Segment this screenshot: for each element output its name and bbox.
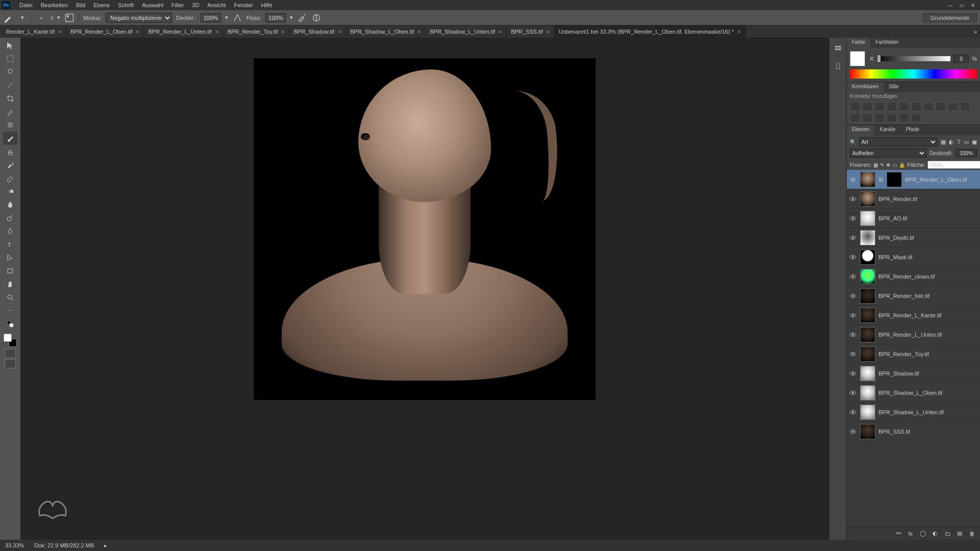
layer-visibility-icon[interactable] — [849, 389, 857, 397]
clone-stamp-tool[interactable] — [3, 145, 17, 158]
adj-exposure-icon[interactable] — [887, 102, 897, 111]
status-zoom[interactable]: 33.33% — [5, 542, 24, 548]
filter-shape-icon[interactable]: ▭ — [964, 139, 969, 145]
layer-thumbnail[interactable] — [860, 230, 875, 245]
layer-visibility-icon[interactable] — [849, 176, 857, 184]
new-layer-icon[interactable]: ▤ — [955, 530, 964, 538]
magic-wand-tool[interactable] — [3, 79, 17, 92]
history-brush-tool[interactable] — [3, 158, 17, 171]
filter-adjust-icon[interactable]: ◐ — [949, 139, 954, 145]
tab-close-icon[interactable]: ✕ — [135, 29, 139, 35]
layer-thumbnail[interactable] — [860, 172, 875, 187]
edit-toolbar[interactable]: ⋯ — [3, 304, 17, 317]
blur-tool[interactable] — [3, 198, 17, 211]
adj-invert-icon[interactable] — [862, 113, 872, 122]
layer-visibility-icon[interactable] — [849, 311, 857, 319]
quickmask-toggle[interactable] — [5, 349, 16, 358]
new-adjustment-icon[interactable]: ◐ — [931, 530, 939, 538]
tab-stile[interactable]: Stile — [884, 82, 903, 92]
layer-visibility-icon[interactable] — [849, 408, 857, 416]
minimize-button[interactable]: — — [945, 2, 955, 9]
layer-thumbnail[interactable] — [860, 211, 875, 226]
tab-kanaele[interactable]: Kanäle — [874, 125, 900, 135]
menu-ansicht[interactable]: Ansicht — [203, 1, 230, 10]
layer-opacity-input[interactable] — [955, 149, 977, 157]
menu-3d[interactable]: 3D — [188, 1, 203, 10]
eraser-tool[interactable] — [3, 171, 17, 185]
layer-mask-icon[interactable]: ◯ — [919, 530, 927, 538]
adj-posterize-icon[interactable] — [874, 113, 885, 122]
adj-photofilter-icon[interactable] — [948, 102, 958, 111]
layer-name[interactable]: BPR_Shadow_L_Unten.tif — [878, 409, 944, 415]
pen-tool[interactable] — [3, 224, 17, 238]
layer-row[interactable]: BPR_Render_Toy.tif — [847, 344, 980, 364]
new-group-icon[interactable]: 🗀 — [943, 530, 951, 538]
layer-name[interactable]: BPR_SSS.tif — [878, 429, 910, 435]
lock-all-icon[interactable]: 🔒 — [899, 161, 905, 169]
layer-thumbnail[interactable] — [860, 269, 875, 284]
layer-visibility-icon[interactable] — [849, 272, 857, 281]
lasso-tool[interactable] — [3, 65, 17, 79]
layer-row[interactable]: BPR_Render.tif — [847, 189, 980, 209]
filter-pixel-icon[interactable]: ▦ — [941, 139, 946, 145]
opacity-dropdown[interactable]: ▾ — [225, 14, 228, 21]
canvas-area[interactable] — [20, 38, 829, 540]
layer-thumbnail[interactable] — [860, 308, 875, 323]
eyedropper-tool[interactable] — [3, 105, 17, 118]
document-tab[interactable]: BPR_Render_Toy.tif✕ — [224, 26, 290, 38]
adj-curves-icon[interactable] — [874, 102, 885, 111]
layer-name[interactable]: BPR_Render_fole.tif — [878, 293, 929, 299]
link-layers-icon[interactable]: ⚯ — [894, 530, 902, 538]
adj-levels-icon[interactable] — [862, 102, 872, 111]
menu-auswahl[interactable]: Auswahl — [138, 1, 167, 10]
layer-thumbnail[interactable] — [860, 366, 875, 381]
layer-thumbnail[interactable] — [860, 191, 875, 207]
document-tab[interactable]: BPR_Render_L_Unten.tif✕ — [144, 26, 223, 38]
layer-visibility-icon[interactable] — [849, 234, 857, 242]
tab-scroll-icon[interactable]: » — [971, 26, 980, 38]
tab-close-icon[interactable]: ✕ — [337, 29, 341, 35]
crop-tool[interactable] — [3, 92, 17, 105]
tab-farbe[interactable]: Farbe — [847, 38, 870, 48]
tab-close-icon[interactable]: ✕ — [281, 29, 285, 35]
layer-name[interactable]: BPR_Render_Toy.tif — [878, 351, 929, 357]
layer-visibility-icon[interactable] — [849, 292, 857, 300]
layer-row[interactable]: BPR_SSS.tif — [847, 422, 980, 441]
foreground-color[interactable] — [4, 334, 12, 342]
blend-mode-select[interactable]: Negativ multiplizieren — [106, 13, 172, 23]
zoom-tool[interactable] — [3, 291, 17, 304]
workspace-switcher[interactable]: Grundelemente — [923, 13, 977, 22]
tool-preset-icon[interactable] — [3, 13, 13, 23]
gradient-tool[interactable] — [3, 185, 17, 198]
tab-ebenen[interactable]: Ebenen — [847, 125, 874, 135]
document-tab[interactable]: BPR_Render_L_Oben.tif✕ — [66, 26, 144, 38]
layer-name[interactable]: BPR_Shadow.tif — [878, 370, 919, 377]
layer-thumbnail[interactable] — [860, 424, 875, 439]
layer-row[interactable]: BPR_Shadow_L_Oben.tif — [847, 383, 980, 403]
document-tab[interactable]: BPR_Shadow_L_Unten.tif✕ — [426, 26, 507, 38]
menu-fenster[interactable]: Fenster — [230, 1, 257, 10]
layer-name[interactable]: BPR_Depth.tif — [878, 235, 914, 241]
adj-vibrance-icon[interactable] — [899, 102, 909, 111]
fill-input[interactable] — [927, 161, 980, 169]
type-tool[interactable]: T — [3, 238, 17, 251]
brush-panel-toggle-icon[interactable] — [64, 13, 75, 23]
tab-pfade[interactable]: Pfade — [901, 125, 924, 135]
layer-mask-thumbnail[interactable] — [887, 172, 902, 187]
document-tab[interactable]: Unbenannt1 bei 33.3% (BPR_Render_L_Oben.… — [555, 26, 746, 38]
lock-pixels-icon[interactable]: ✎ — [880, 161, 884, 169]
layer-name[interactable]: BPR_AO.tif — [878, 215, 907, 221]
lock-artboard-icon[interactable]: ▭ — [892, 161, 897, 169]
layer-thumbnail[interactable] — [860, 346, 875, 362]
layer-row[interactable]: BPR_Render_L_Kante.tif — [847, 306, 980, 325]
brush-tool[interactable] — [3, 132, 17, 145]
layer-blend-select[interactable]: Aufhellen — [850, 148, 926, 158]
pressure-size-icon[interactable] — [311, 13, 322, 23]
layer-thumbnail[interactable] — [860, 327, 875, 342]
tab-farbfelder[interactable]: Farbfelder — [870, 38, 904, 48]
layer-visibility-icon[interactable] — [849, 195, 857, 203]
layer-name[interactable]: BPR_Render_L_Oben.tif — [905, 177, 967, 183]
brush-preview-icon[interactable]: • — [36, 13, 46, 23]
menu-schrift[interactable]: Schrift — [114, 1, 138, 10]
foreground-background-default[interactable] — [3, 317, 17, 331]
